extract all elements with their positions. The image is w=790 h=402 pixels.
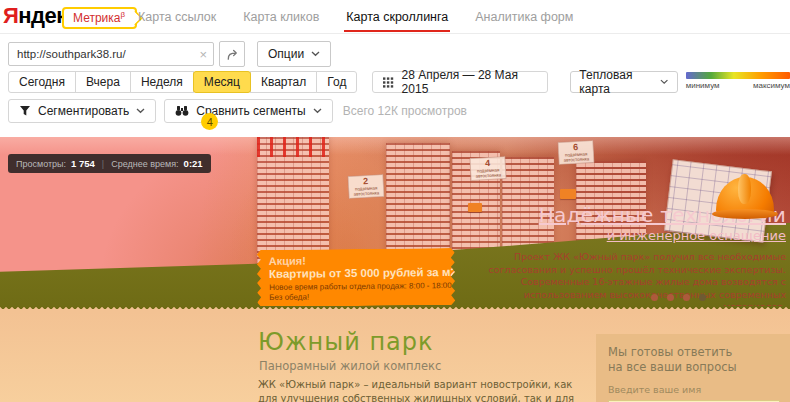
- promo-line2: Квартиры от 35 000 рублей за м2: [269, 266, 443, 280]
- heat-gradient-bar: [686, 72, 790, 79]
- wavy-border: [0, 306, 790, 312]
- promo-line1: Акция!: [269, 253, 443, 267]
- compare-count-badge[interactable]: 4: [201, 113, 218, 130]
- segment-toolbar: Сегментировать Сравнить сегменты 4 Всего…: [8, 99, 467, 123]
- tooltip-separator: |: [100, 159, 106, 169]
- open-link-button[interactable]: [219, 41, 245, 67]
- map-tabs: Карта ссылок Карта кликов Карта скроллин…: [138, 0, 573, 33]
- scroll-metrics-tooltip: Просмотры: 1 754 | Среднее время: 0:21: [8, 154, 211, 173]
- carousel-dot: [651, 294, 658, 301]
- url-input[interactable]: [15, 47, 195, 61]
- slide-paragraph: Проект ЖК «Южный парк» получил все необх…: [474, 251, 786, 312]
- metrika-beta-tag[interactable]: Метрикаβ: [62, 7, 137, 29]
- tab-link-map[interactable]: Карта ссылок: [138, 0, 216, 33]
- map-type-select[interactable]: Тепловая карта: [570, 71, 677, 93]
- binoculars-icon: [175, 106, 189, 116]
- chevron-down-icon: [136, 108, 145, 114]
- views-value: 1 754: [71, 158, 95, 169]
- segment-button[interactable]: Сегментировать: [8, 99, 156, 123]
- chevron-down-icon: [313, 108, 322, 114]
- site-body-heatmap: Южный парк Панорамный жилой комплекс ЖК …: [0, 312, 790, 402]
- url-toolbar: × Опции: [8, 41, 331, 67]
- views-label: Просмотры:: [16, 159, 66, 169]
- chevron-down-icon: [660, 79, 668, 85]
- carousel-dot: [683, 294, 690, 301]
- site-title: Южный парк: [258, 328, 434, 356]
- parking-marker: 2 подземная автостоянка: [347, 174, 384, 199]
- period-year[interactable]: Год: [316, 71, 357, 93]
- date-range-label: 28 Апреля — 28 Мая 2015: [402, 68, 538, 96]
- filter-icon: [19, 105, 31, 117]
- tab-click-map[interactable]: Карта кликов: [243, 0, 319, 33]
- period-toolbar: Сегодня Вчера Неделя Месяц Квартал Год 2…: [8, 71, 790, 93]
- site-cabin: [560, 189, 576, 199]
- clear-icon[interactable]: ×: [195, 48, 207, 61]
- period-week[interactable]: Неделя: [130, 71, 194, 93]
- logo-ya: Я: [3, 3, 18, 28]
- app-header: Яндекс Метрикаβ Карта ссылок Карта клико…: [0, 0, 790, 33]
- segment-label: Сегментировать: [38, 104, 129, 118]
- total-views-label: Всего 12К просмотров: [343, 104, 467, 118]
- period-today[interactable]: Сегодня: [8, 71, 76, 93]
- avg-time-value: 0:21: [184, 158, 203, 169]
- legend-min-label: минимум: [686, 81, 720, 90]
- parking-marker: 6 подземная автостоянка: [557, 140, 594, 165]
- site-subtitle: Панорамный жилой комплекс: [259, 359, 441, 373]
- construction-helmet: [712, 177, 778, 219]
- beta-superscript: β: [120, 10, 125, 19]
- open-link-icon: [225, 47, 240, 62]
- options-button[interactable]: Опции: [257, 41, 331, 67]
- period-month[interactable]: Месяц: [193, 71, 251, 93]
- metrika-label: Метрика: [73, 11, 120, 25]
- parking-marker: 4 подземная автостоянка: [469, 156, 506, 181]
- contact-form-panel: Мы готовы ответить на все ваши вопросы В…: [596, 334, 790, 402]
- promo-line3: Новое время работы отдела продаж: 8:00 -…: [269, 281, 443, 292]
- options-label: Опции: [268, 47, 304, 61]
- carousel-dot: [667, 294, 674, 301]
- form-title-line1: Мы готовы ответить: [608, 345, 790, 360]
- carousel-dot-active: [699, 294, 706, 301]
- chevron-down-icon: [311, 51, 320, 57]
- date-range-button[interactable]: 28 Апреля — 28 Мая 2015: [372, 71, 548, 93]
- avg-time-label: Среднее время:: [111, 159, 178, 169]
- compare-segments-button[interactable]: Сравнить сегменты 4: [164, 99, 333, 123]
- metrica-app: Яндекс Метрикаβ Карта ссылок Карта клико…: [0, 0, 790, 402]
- promo-line4: Без обеда!: [269, 291, 443, 302]
- hero-slide-text: Надёжные технологии и инженерное оснащен…: [474, 203, 786, 312]
- tab-form-analytics[interactable]: Аналитика форм: [475, 0, 573, 33]
- form-title-line2: на все ваши вопросы: [608, 360, 790, 375]
- period-group: Сегодня Вчера Неделя Месяц Квартал Год: [8, 71, 357, 93]
- heat-legend: минимум максимум: [686, 72, 790, 90]
- calendar-icon: [383, 77, 393, 88]
- promo-banner: Акция! Квартиры от 35 000 рублей за м2 Н…: [257, 248, 456, 307]
- carousel-dots: [651, 294, 706, 301]
- site-description: ЖК «Южный парк» – идеальный вариант ново…: [258, 378, 590, 402]
- header-divider: [0, 33, 790, 34]
- url-field-box: ×: [8, 42, 214, 66]
- map-type-value: Тепловая карта: [579, 68, 660, 96]
- slide-subtitle: и инженерное оснащение: [474, 228, 786, 243]
- period-quarter[interactable]: Квартал: [250, 71, 317, 93]
- site-hero-heatmap: 2 подземная автостоянка 4 подземная авто…: [0, 137, 790, 312]
- tab-scroll-map[interactable]: Карта скроллинга: [346, 0, 448, 33]
- period-yesterday[interactable]: Вчера: [75, 71, 131, 93]
- legend-max-label: максимум: [753, 81, 790, 90]
- name-field-label: Введите ваше имя: [608, 384, 790, 395]
